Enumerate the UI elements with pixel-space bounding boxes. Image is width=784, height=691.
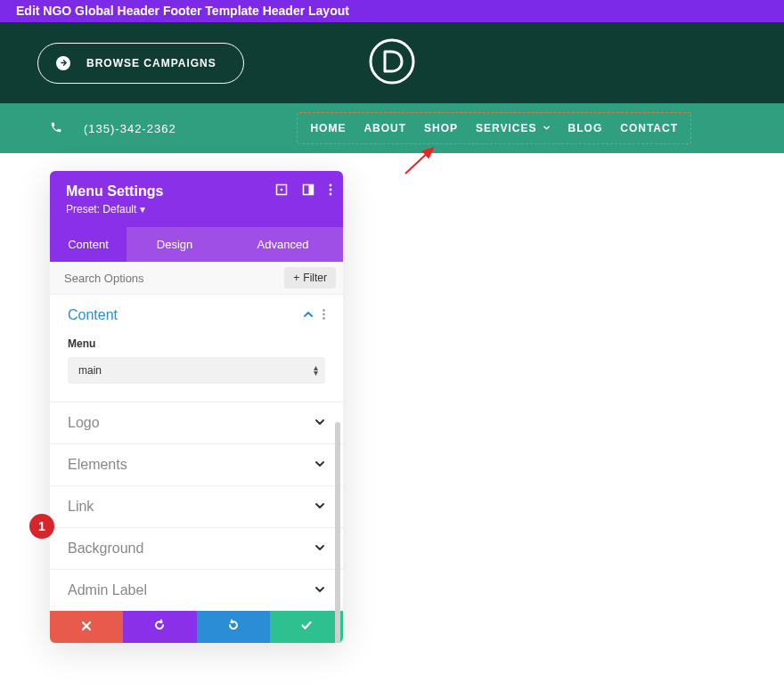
menu-field-label: Menu (68, 337, 325, 350)
svg-point-10 (323, 313, 324, 315)
save-button[interactable] (270, 611, 343, 643)
search-row: + Filter (50, 262, 343, 295)
plus-icon: + (293, 272, 299, 284)
svg-point-8 (330, 193, 332, 196)
caret-down-icon: ▾ (140, 203, 145, 215)
tab-content[interactable]: Content (50, 227, 127, 262)
browse-campaigns-label: BROWSE CAMPAIGNS (86, 57, 216, 69)
nav-contact[interactable]: CONTACT (620, 122, 678, 134)
divi-logo (369, 38, 415, 88)
panel-tabs: Content Design Advanced (50, 227, 343, 262)
chevron-down-icon (314, 415, 325, 431)
preset-dropdown[interactable]: Preset: Default ▾ (66, 203, 145, 215)
edit-bar-title: Edit NGO Global Header Footer Template H… (16, 4, 349, 18)
chevron-down-icon (314, 582, 325, 598)
nav-shop[interactable]: SHOP (424, 122, 458, 134)
phone-group: (135)-342-2362 (50, 121, 176, 136)
chevron-up-icon (303, 307, 314, 323)
arrow-right-circle-icon (56, 56, 70, 70)
chevron-down-icon (314, 499, 325, 515)
chevron-down-icon (543, 122, 551, 134)
undo-button[interactable] (123, 611, 196, 643)
tab-design[interactable]: Design (127, 227, 223, 262)
svg-rect-5 (309, 185, 314, 195)
chevron-down-icon (314, 457, 325, 473)
filter-label: Filter (303, 272, 327, 284)
section-elements-title: Elements (68, 457, 127, 473)
chevron-down-icon (314, 541, 325, 557)
section-background-title: Background (68, 541, 143, 557)
section-admin-label-title: Admin Label (68, 582, 147, 598)
section-elements: Elements (50, 444, 343, 486)
section-link-header[interactable]: Link (50, 486, 343, 527)
section-background-header[interactable]: Background (50, 528, 343, 569)
section-content: Content Menu main ▴▾ (50, 295, 343, 402)
cancel-button[interactable] (50, 611, 123, 643)
redo-button[interactable] (197, 611, 270, 643)
preset-label: Preset: Default (66, 203, 136, 215)
phone-number[interactable]: (135)-342-2362 (84, 122, 176, 135)
search-input[interactable] (50, 263, 284, 294)
panel-header[interactable]: Menu Settings Preset: Default ▾ (50, 171, 343, 227)
svg-point-9 (323, 309, 324, 311)
menu-select[interactable]: main (68, 357, 325, 384)
section-content-body: Menu main ▴▾ (50, 337, 343, 402)
section-content-title: Content (68, 307, 118, 323)
svg-point-7 (330, 189, 332, 191)
main-nav[interactable]: HOME ABOUT SHOP SERVICES BLOG CONTACT (297, 112, 691, 144)
menu-select-wrap: main ▴▾ (68, 357, 325, 384)
panel-action-bar (50, 611, 343, 643)
more-icon[interactable] (323, 307, 325, 323)
section-admin-label: Admin Label (50, 570, 343, 611)
nav-services-label: SERVICES (476, 122, 536, 134)
section-logo-header[interactable]: Logo (50, 402, 343, 443)
svg-point-6 (330, 184, 332, 187)
section-background: Background (50, 528, 343, 570)
filter-button[interactable]: + Filter (284, 267, 336, 289)
section-link: Link (50, 486, 343, 528)
section-logo-title: Logo (68, 415, 100, 431)
tab-advanced[interactable]: Advanced (223, 227, 343, 262)
nav-home[interactable]: HOME (310, 122, 346, 134)
undo-icon (153, 619, 166, 635)
close-icon (81, 619, 92, 635)
svg-point-11 (323, 317, 324, 319)
annotation-badge-label: 1 (38, 519, 45, 533)
snap-icon[interactable] (302, 183, 314, 196)
edit-bar: Edit NGO Global Header Footer Template H… (0, 0, 784, 22)
section-content-header[interactable]: Content (50, 295, 343, 336)
nav-blog[interactable]: BLOG (568, 122, 603, 134)
header-secondary: (135)-342-2362 HOME ABOUT SHOP SERVICES … (0, 103, 784, 153)
header-primary: BROWSE CAMPAIGNS (0, 22, 784, 103)
redo-icon (227, 619, 240, 635)
section-link-title: Link (68, 499, 94, 515)
svg-point-3 (281, 189, 283, 191)
check-icon (300, 619, 313, 635)
browse-campaigns-button[interactable]: BROWSE CAMPAIGNS (37, 43, 244, 84)
section-elements-header[interactable]: Elements (50, 444, 343, 485)
nav-about[interactable]: ABOUT (363, 122, 406, 134)
section-logo: Logo (50, 402, 343, 444)
phone-icon (50, 121, 62, 136)
annotation-badge-1: 1 (29, 514, 54, 539)
section-admin-label-header[interactable]: Admin Label (50, 570, 343, 611)
panel-scrollbar[interactable] (335, 422, 340, 643)
more-icon[interactable] (329, 183, 332, 196)
nav-services[interactable]: SERVICES (476, 122, 550, 134)
expand-icon[interactable] (275, 183, 288, 196)
svg-point-0 (371, 40, 413, 83)
menu-settings-panel: Menu Settings Preset: Default ▾ Content … (50, 171, 343, 643)
